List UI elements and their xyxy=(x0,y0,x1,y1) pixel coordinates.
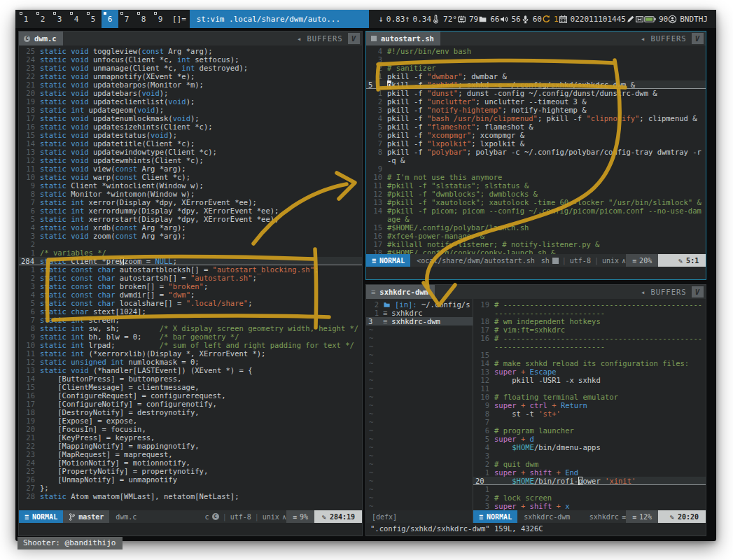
code-line[interactable]: 5super + d xyxy=(473,435,706,443)
code-line[interactable]: 13static void updatewindowtype(Client *c… xyxy=(19,148,362,156)
code-line[interactable]: 4pkill -f "bash /usr/bin/clipmenud"; pki… xyxy=(366,114,706,122)
code-line[interactable]: 2# lock screen xyxy=(473,493,706,502)
code-line[interactable]: 6# program launcher xyxy=(473,426,706,435)
code-line[interactable]: 25 [PropertyNotify] = propertynotify, xyxy=(19,467,362,475)
code-line[interactable]: 2# sanitizer xyxy=(366,64,706,72)
status-updates[interactable]: 1 xyxy=(542,15,559,24)
code-line[interactable]: 18 [DestroyNotify] = destroynotify, xyxy=(19,408,362,416)
workspace-tag-4[interactable]: 4 xyxy=(68,10,85,28)
code-line[interactable]: 14 [ButtonPress] = buttonpress, xyxy=(19,374,362,383)
code-line[interactable]: 3super + shift + x xyxy=(473,502,706,510)
code-line[interactable]: 24static void unfocus(Client *c, int set… xyxy=(19,55,362,64)
code-line[interactable]: 1/* variables */ xyxy=(19,248,362,257)
focused-window-title[interactable]: st:vim .local/share/dwm/auto... xyxy=(190,10,369,28)
workspace-tag-3[interactable]: 3 xyxy=(51,10,68,28)
code-line[interactable]: 10# floating terminal emulator xyxy=(473,393,706,401)
code-line[interactable]: 10static void warp(const Client *c); xyxy=(19,173,362,181)
status-network-down[interactable]: ↓0.83 xyxy=(379,14,405,24)
explorer-item[interactable]: 1≡sxhkdrc xyxy=(366,309,473,317)
status-volume[interactable]: 56 xyxy=(499,15,520,24)
code-line[interactable]: 9 xyxy=(366,164,706,173)
status-microphone[interactable]: 60 xyxy=(521,15,542,24)
sxhkdrc-buffer[interactable]: 19# ------------------------------------… xyxy=(473,299,706,510)
status-memory[interactable]: 79 xyxy=(457,15,478,24)
code-line[interactable]: 27}; xyxy=(19,484,362,492)
code-line[interactable]: 16# ------------------------------------… xyxy=(473,334,706,351)
code-line[interactable]: 6pkill -f "xcompmgr"; xcompmgr & xyxy=(366,131,706,139)
code-line[interactable]: 24 [MotionNotify] = motionnotify, xyxy=(19,458,362,467)
status-battery[interactable]: 90 xyxy=(644,15,668,24)
code-line[interactable]: 15 [ClientMessage] = clientmessage, xyxy=(19,383,362,391)
code-line[interactable]: 9static Client *wintoclient(Window w); xyxy=(19,181,362,190)
code-line[interactable]: 5pkill -f "flameshot"; flameshot & xyxy=(366,122,706,131)
code-line[interactable]: 4static const char dwmdir[] = "dwm"; xyxy=(19,290,362,299)
code-line[interactable]: 20static void updatebars(void); xyxy=(19,89,362,97)
code-line[interactable]: 20 [FocusIn] = focusin, xyxy=(19,425,362,433)
code-line[interactable]: 19 [Expose] = expose, xyxy=(19,416,362,425)
code-line[interactable]: 22static void unmapnotify(XEvent *e); xyxy=(19,72,362,80)
explorer-item[interactable]: 3≡sxhkdrc-dwm xyxy=(366,317,473,326)
code-line[interactable]: 3 xyxy=(366,55,706,64)
status-keyboard-layout[interactable] xyxy=(635,15,644,24)
code-line[interactable]: 7pkill -f "lxpolkit"; lxpolkit & xyxy=(366,139,706,148)
code-line[interactable]: 12static unsigned int numlockmask = 0; xyxy=(19,358,362,366)
code-line[interactable]: 13static void (*handler[LASTEvent]) (XEv… xyxy=(19,366,362,374)
code-line[interactable]: 17 [ConfigureNotify] = configurenotify, xyxy=(19,400,362,408)
code-line[interactable]: 6static int xerrordummy(Display *dpy, XE… xyxy=(19,206,362,215)
workspace-tag-5[interactable]: 5 xyxy=(85,10,102,28)
layout-symbol[interactable]: []= xyxy=(169,10,190,28)
code-line[interactable]: 4#!/usr/bin/env bash xyxy=(366,47,706,55)
code-line[interactable]: 1 xyxy=(473,485,706,493)
code-line[interactable]: 5pkill -f "sxhkd"; sxhkd -c ~/.config/sx… xyxy=(366,80,706,89)
code-line[interactable]: 12 pkill -USR1 -x sxhkd xyxy=(473,376,706,384)
code-line[interactable]: 13#pkill -f "xautolock"; xautolock -time… xyxy=(366,198,706,206)
code-line[interactable]: 15 xyxy=(473,351,706,359)
code-line[interactable]: 9super + ctrl + Return xyxy=(473,401,706,410)
code-line[interactable]: 12static void updatewmhints(Client *c); xyxy=(19,156,362,164)
code-line[interactable]: 17static void updatenumlockmask(void); xyxy=(19,114,362,122)
code-line[interactable]: 284static Client *prevzoom = NULL; xyxy=(19,257,362,265)
code-line[interactable]: 1super + shift + End xyxy=(473,468,706,477)
code-line[interactable]: 2static const char autostartsh[] = "auto… xyxy=(19,274,362,282)
dwm-c-buffer[interactable]: 25static void toggleview(const Arg *arg)… xyxy=(19,46,362,510)
code-line[interactable]: 6static char stext[1024]; xyxy=(19,307,362,316)
code-line[interactable]: 10static int lrpad; /* sum of left and r… xyxy=(19,341,362,349)
code-line[interactable]: 10# I'm not use this anymore xyxy=(366,173,706,181)
workspace-tag-8[interactable]: 8 xyxy=(135,10,152,28)
code-line[interactable]: 19static void updateclientlist(void); xyxy=(19,97,362,106)
code-line[interactable]: 16 [ConfigureRequest] = configurerequest… xyxy=(19,391,362,400)
status-datetime[interactable]: 022011101445 xyxy=(559,15,626,24)
code-line[interactable]: 26 [UnmapNotify] = unmapnotify xyxy=(19,475,362,484)
code-line[interactable]: 21static void updatebarpos(Monitor *m); xyxy=(19,80,362,89)
code-line[interactable]: 14# make sxhkd reload its configuration … xyxy=(473,359,706,368)
code-line[interactable]: 12#pkill -f "dwmblocks"; dwmblocks & xyxy=(366,190,706,198)
code-line[interactable]: 15#$HOME/.config/polybar/launch.sh xyxy=(366,223,706,232)
code-line[interactable]: 11static int (*xerrorxlib)(Display *, XE… xyxy=(19,349,362,358)
tab-autostart-sh[interactable]: autostart.sh xyxy=(366,31,440,46)
code-line[interactable]: 13super + Escape xyxy=(473,368,706,376)
code-line[interactable]: 14static void updatetitle(Client *c); xyxy=(19,139,362,148)
workspace-tag-6[interactable]: 6 xyxy=(102,10,118,28)
code-line[interactable]: 3static void zoom(const Arg *arg); xyxy=(19,232,362,240)
code-line[interactable]: 11 xyxy=(473,384,706,393)
code-line[interactable]: 3pkill -f "notify-hightemp"; notify-high… xyxy=(366,106,706,114)
workspace-tag-1[interactable]: 1 xyxy=(18,10,34,28)
code-line[interactable]: 17#killall notify-listener; # notify-lis… xyxy=(366,240,706,248)
code-line[interactable]: 18static int updategeom(void); xyxy=(19,106,362,114)
code-line[interactable]: 3 xyxy=(473,451,706,460)
code-line[interactable]: 9static int bh, blw = 0; /* bar geometry… xyxy=(19,332,362,341)
code-line[interactable]: 17# vim:ft=sxhkdrc xyxy=(473,326,706,334)
code-line[interactable]: 16#xfce4-power-manager & xyxy=(366,232,706,240)
code-line[interactable]: 4 $HOME/bin/dmenu-apps xyxy=(473,443,706,451)
code-line[interactable]: 18# wm independent hotkeys xyxy=(473,317,706,326)
workspace-tag-2[interactable]: 2 xyxy=(34,10,51,28)
code-line[interactable]: 25static void toggleview(const Arg *arg)… xyxy=(19,47,362,55)
status-network-up[interactable]: ↑0.34 xyxy=(405,14,431,24)
code-line[interactable]: 7 xyxy=(473,418,706,426)
autostart-sh-buffer[interactable]: 4#!/usr/bin/env bash32# sanitizer1pkill … xyxy=(366,46,706,254)
code-line[interactable]: 8static Monitor *wintomon(Window w); xyxy=(19,190,362,198)
code-line[interactable]: 2# quit dwm xyxy=(473,460,706,468)
code-line[interactable]: 5static int xerrorstart(Display *dpy, XE… xyxy=(19,215,362,223)
workspace-tag-7[interactable]: 7 xyxy=(118,10,135,28)
code-line[interactable]: 18#$HOME/.config/conky/conky-launch.sh & xyxy=(366,248,706,254)
